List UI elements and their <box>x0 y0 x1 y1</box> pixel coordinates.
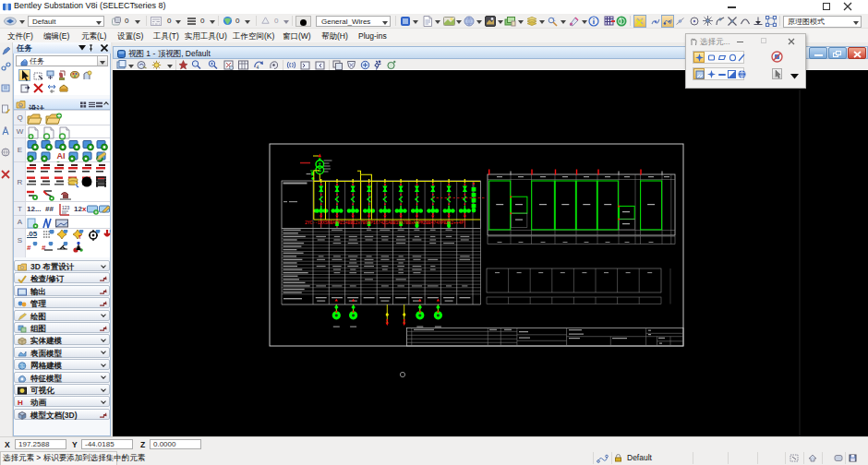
svg-text:2YC--1XXSNBAFMZ14BB12x7B6BP167: 2YC--1XXSNBAFMZ14BB12x7B6BP1674Z1ABB39A7… <box>305 221 464 225</box>
svg-text:123: 123 <box>62 205 70 210</box>
svg-text:#: # <box>27 244 31 252</box>
svg-text:T: T <box>78 234 81 240</box>
svg-text:4: 4 <box>257 65 259 70</box>
svg-text:#: # <box>42 244 46 252</box>
